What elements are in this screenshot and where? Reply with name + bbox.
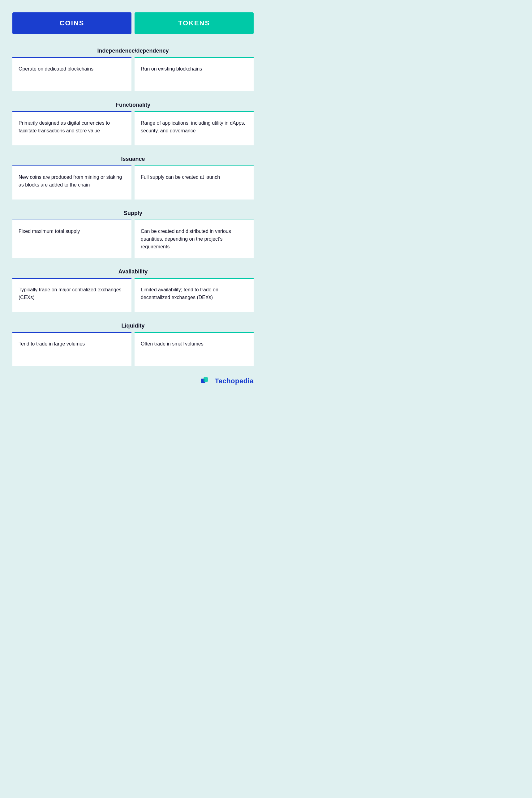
cell-coins-issuance: New coins are produced from mining or st… <box>12 166 131 200</box>
header-row: COINS TOKENS <box>12 12 254 34</box>
techopedia-logo-icon <box>201 376 212 387</box>
cell-tokens-availability: Limited availability; tend to trade on d… <box>135 278 254 312</box>
section-independence: Independence/dependency Operate on dedic… <box>12 43 254 91</box>
cell-tokens-independence: Run on existing blockchains <box>135 57 254 91</box>
cell-coins-functionality: Primarily designed as digital currencies… <box>12 111 131 145</box>
branding: Techopedia <box>12 376 254 387</box>
coins-label: COINS <box>60 19 84 27</box>
cell-coins-liquidity: Tend to trade in large volumes <box>12 332 131 366</box>
section-row-functionality: Primarily designed as digital currencies… <box>12 111 254 145</box>
section-row-supply: Fixed maximum total supply Can be create… <box>12 220 254 258</box>
section-title-functionality: Functionality <box>12 97 254 111</box>
section-title-supply: Supply <box>12 206 254 220</box>
section-issuance: Issuance New coins are produced from min… <box>12 152 254 200</box>
section-title-liquidity: Liquidity <box>12 318 254 332</box>
sections-container: Independence/dependency Operate on dedic… <box>12 43 254 366</box>
section-row-independence: Operate on dedicated blockchains Run on … <box>12 57 254 91</box>
section-title-issuance: Issuance <box>12 152 254 166</box>
tokens-header: TOKENS <box>135 12 254 34</box>
section-functionality: Functionality Primarily designed as digi… <box>12 97 254 145</box>
section-availability: Availability Typically trade on major ce… <box>12 264 254 312</box>
cell-tokens-issuance: Full supply can be created at launch <box>135 166 254 200</box>
section-title-independence: Independence/dependency <box>12 43 254 57</box>
cell-tokens-liquidity: Often trade in small volumes <box>135 332 254 366</box>
section-row-availability: Typically trade on major centralized exc… <box>12 278 254 312</box>
cell-coins-supply: Fixed maximum total supply <box>12 220 131 258</box>
section-title-availability: Availability <box>12 264 254 278</box>
techopedia-logo: Techopedia <box>201 376 254 387</box>
cell-tokens-functionality: Range of applications, including utility… <box>135 111 254 145</box>
svg-rect-1 <box>204 377 208 382</box>
branding-text: Techopedia <box>215 377 254 385</box>
cell-coins-independence: Operate on dedicated blockchains <box>12 57 131 91</box>
cell-tokens-supply: Can be created and distributed in variou… <box>135 220 254 258</box>
section-row-liquidity: Tend to trade in large volumes Often tra… <box>12 332 254 366</box>
section-supply: Supply Fixed maximum total supply Can be… <box>12 206 254 258</box>
comparison-table: COINS TOKENS Independence/dependency Ope… <box>12 12 254 366</box>
branding-name: Techopedia <box>215 377 254 385</box>
tokens-label: TOKENS <box>178 19 210 27</box>
coins-header: COINS <box>12 12 131 34</box>
section-liquidity: Liquidity Tend to trade in large volumes… <box>12 318 254 366</box>
section-row-issuance: New coins are produced from mining or st… <box>12 166 254 200</box>
cell-coins-availability: Typically trade on major centralized exc… <box>12 278 131 312</box>
